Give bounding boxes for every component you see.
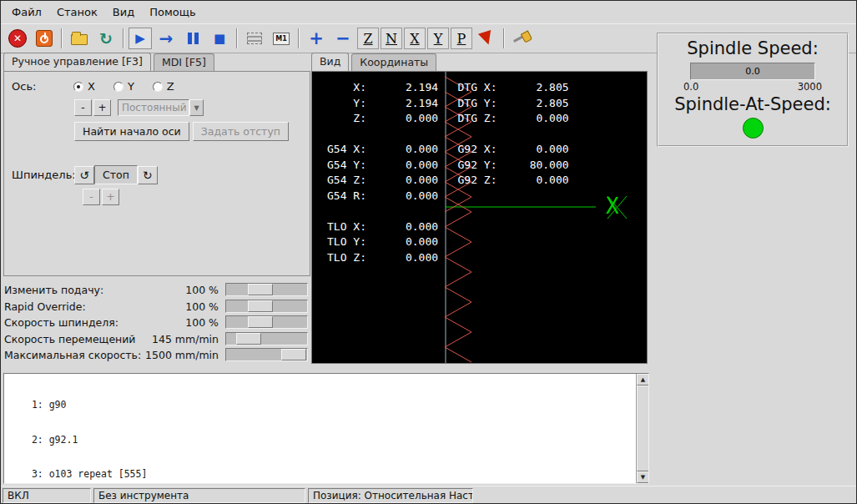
- radio-x-circle[interactable]: [73, 82, 83, 92]
- spindle-label: Шпиндель:: [12, 169, 67, 181]
- slider-handle[interactable]: [281, 349, 306, 360]
- control-tabs: Ручное управление [F3] MDI [F5]: [3, 53, 310, 71]
- rotate-view-button[interactable]: [474, 27, 499, 50]
- view-z-rotated-button[interactable]: N: [381, 28, 402, 49]
- gcode-line[interactable]: 1: g90: [26, 400, 648, 411]
- step-icon: →: [159, 30, 174, 47]
- spindle-scale-min: 0.0: [683, 81, 698, 93]
- reload-button[interactable]: ↻: [93, 27, 118, 50]
- zoom-out-icon: −: [335, 30, 350, 48]
- spindle-stop-button[interactable]: Стоп: [94, 165, 138, 184]
- view-z-rotated-icon: N: [386, 31, 397, 47]
- scroll-down-icon[interactable]: ▼: [637, 471, 649, 483]
- stop-button[interactable]: ■: [207, 27, 232, 50]
- pause-button[interactable]: [180, 27, 205, 50]
- axis-radio-x[interactable]: X: [73, 80, 95, 93]
- open-file-button[interactable]: [67, 27, 92, 50]
- rapid-override-label: Rapid Override:: [4, 300, 86, 313]
- step-button[interactable]: →: [154, 27, 179, 50]
- set-offset-button[interactable]: Задать отступ: [193, 122, 289, 141]
- view-y-button[interactable]: Y: [427, 28, 449, 49]
- gcode-scrollbar[interactable]: ▲ ▼: [636, 374, 648, 483]
- spindle-speed-title: Spindle Speed:: [663, 38, 842, 58]
- clear-plot-button[interactable]: [509, 27, 534, 50]
- max-velocity-label: Максимальная скорость:: [4, 349, 141, 361]
- view-perspective-icon: P: [457, 31, 466, 47]
- axis-radio-y[interactable]: Y: [113, 80, 134, 93]
- spindle-speed-bar: 0.0: [690, 63, 815, 80]
- toolbar-separator: [236, 28, 238, 48]
- radio-z-circle[interactable]: [153, 82, 163, 92]
- spindle-cw-button[interactable]: ↻: [138, 166, 158, 184]
- menu-file[interactable]: Файл: [4, 3, 49, 22]
- radio-x-label: X: [88, 80, 95, 93]
- spindle-override-slider[interactable]: [225, 315, 308, 329]
- slider-handle[interactable]: [236, 333, 261, 345]
- gcode-listing[interactable]: 1: g90 2: g92.1 3: o103 repeat [555] 4: …: [3, 373, 649, 484]
- zoom-out-button[interactable]: −: [330, 27, 355, 50]
- run-button[interactable]: ▶: [129, 28, 152, 49]
- view-z-button[interactable]: Z: [357, 28, 379, 49]
- dro-readout: X: 2.194 DTG X: 2.805 Y: 2.194 DTG Y: 2.…: [327, 80, 569, 265]
- run-icon: ▶: [135, 33, 145, 45]
- gcode-line[interactable]: 2: g92.1: [26, 435, 648, 446]
- axis-radio-z[interactable]: Z: [153, 80, 174, 93]
- override-sliders: Изменить подачу: 100 % Rapid Override: 1…: [3, 282, 310, 364]
- spindle-slower-button[interactable]: -: [83, 189, 100, 205]
- tab-mdi[interactable]: MDI [F5]: [154, 53, 214, 71]
- gcode-line[interactable]: 3: o103 repeat [555]: [26, 469, 648, 481]
- tab-dro[interactable]: Координаты: [351, 53, 436, 71]
- m1-icon: M1: [273, 33, 290, 45]
- scroll-up-icon[interactable]: ▲: [637, 374, 649, 386]
- preview-tabs: Вид Координаты: [311, 53, 649, 71]
- toolbar-separator: [61, 28, 63, 48]
- slider-handle[interactable]: [248, 300, 273, 312]
- home-axis-button[interactable]: Найти начало оси: [74, 122, 189, 141]
- jog-increment-combo[interactable]: Постоянный ▼: [118, 99, 204, 116]
- spindle-ccw-button[interactable]: ↺: [74, 166, 94, 184]
- spindle-speed-section: Spindle Speed: 0.0 0.0 3000 Spindle-At-S…: [657, 33, 849, 147]
- status-bar: ВКЛ Без инструмента Позиция: Относительн…: [1, 486, 856, 504]
- feed-override-slider[interactable]: [225, 283, 308, 296]
- view-x-button[interactable]: X: [404, 28, 426, 49]
- view-perspective-button[interactable]: P: [451, 28, 472, 49]
- spindle-faster-button[interactable]: +: [102, 189, 119, 205]
- menu-view[interactable]: Вид: [105, 3, 142, 22]
- broom-icon: [512, 29, 532, 48]
- jog-minus-button[interactable]: -: [74, 99, 92, 116]
- optional-pause-button[interactable]: M1: [269, 27, 294, 50]
- zoom-in-button[interactable]: +: [304, 27, 329, 50]
- menu-machine[interactable]: Станок: [49, 3, 105, 22]
- manual-control-section: Ручное управление [F3] MDI [F5] Ось: X Y: [3, 53, 310, 364]
- machine-power-button[interactable]: [32, 27, 57, 50]
- combo-arrow-icon[interactable]: ▼: [189, 99, 204, 116]
- menu-bar: Файл Станок Вид Помощь: [1, 1, 856, 23]
- slider-handle[interactable]: [248, 316, 273, 328]
- tab-manual-control[interactable]: Ручное управление [F3]: [3, 53, 151, 71]
- spindle-override-label: Скорость шпинделя:: [4, 316, 118, 329]
- radio-y-circle[interactable]: [113, 82, 124, 92]
- backplot-preview[interactable]: X: 2.194 DTG X: 2.805 Y: 2.194 DTG Y: 2.…: [311, 71, 648, 364]
- jog-plus-button[interactable]: +: [93, 99, 111, 116]
- rapid-override-row: Rapid Override: 100 %: [3, 299, 310, 315]
- preview-section: Вид Координаты X: 2.194 DTG X: 2.805 Y: …: [311, 53, 649, 364]
- estop-button[interactable]: ✕: [5, 27, 30, 50]
- view-y-icon: Y: [434, 31, 443, 47]
- slider-handle[interactable]: [248, 284, 273, 295]
- scrollbar-thumb[interactable]: [637, 386, 649, 471]
- folder-icon: [71, 34, 88, 45]
- machine-state-status: ВКЛ: [3, 488, 91, 503]
- spindle-scale-max: 3000: [798, 81, 822, 93]
- spindle-at-speed-label: Spindle-At-Speed:: [663, 94, 842, 114]
- skip-lines-button[interactable]: [242, 27, 267, 50]
- reload-icon: ↻: [99, 31, 113, 47]
- feed-override-label: Изменить подачу:: [4, 284, 103, 296]
- estop-icon: ✕: [8, 29, 27, 48]
- x-axis-marker: X: [606, 194, 619, 219]
- rapid-override-slider[interactable]: [225, 300, 308, 313]
- tab-preview[interactable]: Вид: [311, 53, 349, 71]
- menu-help[interactable]: Помощь: [142, 3, 203, 22]
- max-velocity-slider[interactable]: [225, 348, 308, 361]
- manual-control-panel: Ось: X Y Z -: [3, 71, 310, 276]
- jog-speed-slider[interactable]: [225, 332, 308, 345]
